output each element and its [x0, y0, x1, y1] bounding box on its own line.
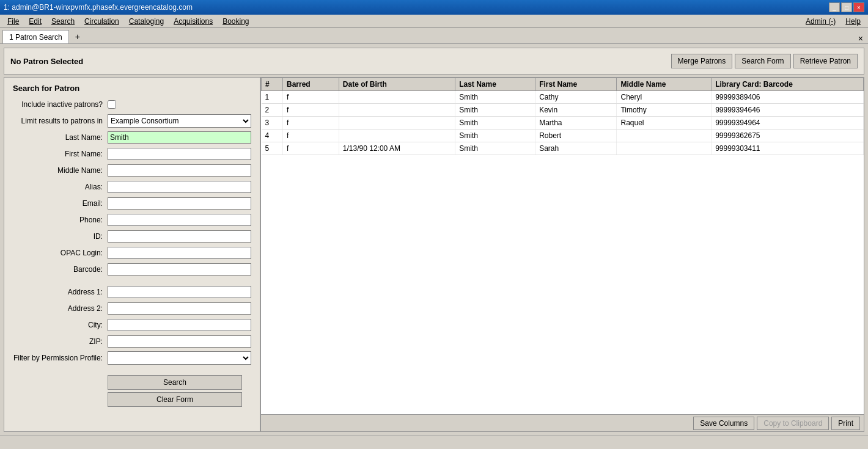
phone-row: Phone: — [13, 213, 251, 227]
phone-input[interactable] — [108, 214, 251, 226]
menu-circulation[interactable]: Circulation — [79, 16, 124, 27]
menu-edit[interactable]: Edit — [24, 16, 46, 27]
filter-select[interactable] — [108, 351, 251, 365]
cell-3-5 — [617, 130, 712, 142]
cell-4-0: 5 — [262, 142, 283, 155]
maximize-button[interactable]: □ — [841, 2, 852, 12]
lastname-row: Last Name: — [13, 131, 251, 144]
results-table-container: # Barred Date of Birth Last Name First N… — [261, 78, 864, 414]
menu-admin[interactable]: Admin (-) — [801, 16, 840, 27]
cell-0-0: 1 — [262, 91, 283, 104]
cell-2-2 — [339, 117, 455, 130]
col-firstname[interactable]: First Name — [535, 78, 617, 91]
cell-0-1: f — [282, 91, 339, 104]
limit-label: Limit results to patrons in — [13, 117, 108, 125]
menu-cataloging[interactable]: Cataloging — [124, 16, 169, 27]
form-buttons: Search Clear Form — [13, 375, 251, 407]
barcode-input[interactable] — [108, 263, 251, 276]
table-row[interactable]: 2fSmithKevinTimothy99999394646 — [262, 104, 864, 117]
table-row[interactable]: 1fSmithCathyCheryl99999389406 — [262, 91, 864, 104]
cell-4-5 — [617, 142, 712, 155]
address2-row: Address 2: — [13, 302, 251, 315]
cell-0-4: Cathy — [535, 91, 617, 104]
tab-add-button[interactable]: + — [70, 30, 85, 43]
lastname-input[interactable] — [108, 131, 251, 144]
address1-input[interactable] — [108, 286, 251, 298]
firstname-row: First Name: — [13, 147, 251, 161]
alias-row: Alias: — [13, 180, 251, 194]
table-row[interactable]: 3fSmithMarthaRaquel99999394964 — [262, 117, 864, 130]
limit-select[interactable]: Example Consortium — [108, 114, 251, 128]
cell-2-3: Smith — [455, 117, 535, 130]
tab-patron-search[interactable]: 1 Patron Search — [2, 30, 69, 43]
retrieve-patron-button[interactable]: Retrieve Patron — [793, 54, 858, 68]
opac-input[interactable] — [108, 247, 251, 259]
cell-3-4: Robert — [535, 130, 617, 142]
email-input[interactable] — [108, 197, 251, 210]
city-row: City: — [13, 318, 251, 332]
address1-label: Address 1: — [13, 288, 108, 296]
city-input[interactable] — [108, 319, 251, 331]
col-barcode[interactable]: Library Card: Barcode — [712, 78, 864, 91]
address1-row: Address 1: — [13, 285, 251, 299]
cell-4-1: f — [282, 142, 339, 155]
titlebar: 1: admin@BR1-winxpvmfx.phasefx.evergreen… — [0, 0, 868, 15]
cell-0-6: 99999389406 — [712, 91, 864, 104]
zip-input[interactable] — [108, 335, 251, 348]
alias-input[interactable] — [108, 181, 251, 193]
save-columns-button[interactable]: Save Columns — [693, 417, 754, 430]
titlebar-title: 1: admin@BR1-winxpvmfx.phasefx.evergreen… — [4, 3, 193, 12]
cell-2-0: 3 — [262, 117, 283, 130]
cell-0-5: Cheryl — [617, 91, 712, 104]
email-label: Email: — [13, 199, 108, 208]
results-table: # Barred Date of Birth Last Name First N… — [261, 78, 864, 155]
lastname-label: Last Name: — [13, 133, 108, 142]
col-barred[interactable]: Barred — [282, 78, 339, 91]
cell-0-2 — [339, 91, 455, 104]
clear-form-button[interactable]: Clear Form — [108, 392, 242, 407]
cell-2-6: 99999394964 — [712, 117, 864, 130]
limit-row: Limit results to patrons in Example Cons… — [13, 114, 251, 128]
menu-booking[interactable]: Booking — [218, 16, 254, 27]
search-button[interactable]: Search — [108, 375, 242, 390]
minimize-button[interactable]: _ — [829, 2, 840, 12]
table-row[interactable]: 5f1/13/90 12:00 AMSmithSarah99999303411 — [262, 142, 864, 155]
results-panel: # Barred Date of Birth Last Name First N… — [261, 78, 864, 431]
cell-1-2 — [339, 104, 455, 117]
cell-3-2 — [339, 130, 455, 142]
id-row: ID: — [13, 230, 251, 243]
alias-label: Alias: — [13, 183, 108, 191]
city-label: City: — [13, 321, 108, 329]
no-patron-label: No Patron Selected — [10, 57, 83, 66]
inactive-checkbox[interactable] — [108, 100, 116, 109]
merge-patrons-button[interactable]: Merge Patrons — [671, 54, 733, 68]
col-middlename[interactable]: Middle Name — [617, 78, 712, 91]
results-tbody: 1fSmithCathyCheryl999993894062fSmithKevi… — [262, 91, 864, 155]
close-window-button[interactable]: × — [853, 2, 864, 12]
barcode-row: Barcode: — [13, 263, 251, 276]
cell-1-5: Timothy — [617, 104, 712, 117]
print-button[interactable]: Print — [831, 417, 860, 430]
middlename-row: Middle Name: — [13, 164, 251, 177]
tabbar: 1 Patron Search + × — [0, 28, 868, 44]
middlename-input[interactable] — [108, 164, 251, 177]
col-lastname[interactable]: Last Name — [455, 78, 535, 91]
zip-row: ZIP: — [13, 335, 251, 348]
menu-search[interactable]: Search — [46, 16, 79, 27]
firstname-input[interactable] — [108, 148, 251, 160]
tab-close-button[interactable]: × — [858, 34, 866, 43]
address2-label: Address 2: — [13, 304, 108, 313]
table-row[interactable]: 4fSmithRobert99999362675 — [262, 130, 864, 142]
menu-help[interactable]: Help — [840, 16, 866, 27]
menu-file[interactable]: File — [2, 16, 24, 27]
cell-3-1: f — [282, 130, 339, 142]
titlebar-controls: _ □ × — [829, 2, 864, 12]
col-num[interactable]: # — [262, 78, 283, 91]
search-form-button[interactable]: Search Form — [735, 54, 790, 68]
col-dob[interactable]: Date of Birth — [339, 78, 455, 91]
copy-clipboard-button[interactable]: Copy to Clipboard — [757, 417, 829, 430]
id-input[interactable] — [108, 230, 251, 243]
opac-label: OPAC Login: — [13, 249, 108, 257]
menu-acquisitions[interactable]: Acquisitions — [169, 16, 218, 27]
address2-input[interactable] — [108, 302, 251, 315]
